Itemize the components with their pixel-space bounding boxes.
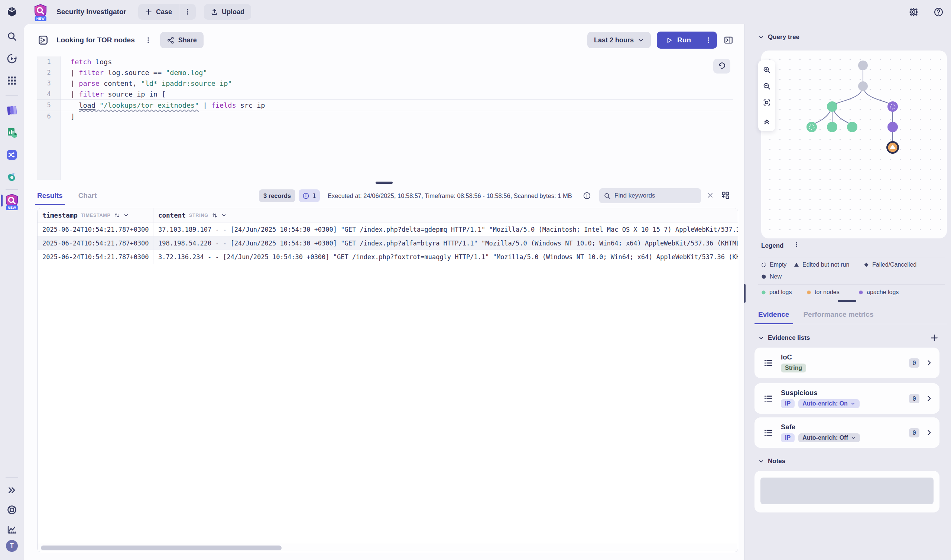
run-split-button: Run: [657, 32, 717, 49]
run-button[interactable]: Run: [657, 32, 700, 49]
auto-enrich-dropdown[interactable]: Auto-enrich: On: [798, 399, 860, 408]
code-token: content,: [100, 80, 141, 87]
add-evidence-list-button[interactable]: [930, 334, 939, 342]
legend-divider: [758, 285, 945, 285]
help-button[interactable]: [934, 7, 943, 17]
tree-node-apache-logs-empty[interactable]: [888, 102, 898, 112]
sidebar-item-metrics[interactable]: [7, 525, 17, 535]
cell-content[interactable]: 37.103.189.107 - - [24/Jun/2025 10:54:30…: [154, 226, 738, 233]
toggle-right-panel-button[interactable]: [724, 35, 733, 45]
column-menu-chevron-icon[interactable]: [123, 212, 129, 218]
cell-timestamp[interactable]: 2025-06-24T10:54:21.787+0300: [37, 222, 154, 236]
sidebar-item-search[interactable]: [7, 31, 17, 42]
cell-timestamp[interactable]: 2025-06-24T10:54:21.787+0300: [37, 250, 154, 264]
app-logo[interactable]: [5, 5, 18, 18]
legend-menu-button[interactable]: [793, 242, 800, 248]
settings-button[interactable]: [909, 7, 919, 17]
tree-node-selected-tor-nodes[interactable]: [886, 141, 899, 154]
tree-node-pod-logs[interactable]: [847, 122, 857, 132]
new-case-button[interactable]: Case: [138, 4, 179, 20]
clear-search-button[interactable]: [706, 192, 714, 199]
tree-zoom-in-button[interactable]: [758, 62, 775, 78]
cell-content[interactable]: 3.72.136.234 - - [24/Jun/2025 10:54:30 +…: [154, 253, 738, 261]
product-icon: NEW: [34, 4, 48, 20]
cell-timestamp[interactable]: 2025-06-24T10:54:21.787+0300: [37, 236, 154, 250]
tree-panel-resize-handle[interactable]: [838, 300, 856, 302]
evidence-list-suspicious[interactable]: Suspicious IP Auto-enrich: On 0: [754, 383, 939, 414]
run-menu-button[interactable]: [700, 32, 717, 49]
column-header-content[interactable]: content STRING: [154, 208, 738, 222]
find-keywords-field[interactable]: [599, 188, 701, 203]
timeframe-dropdown[interactable]: Last 2 hours: [587, 32, 651, 48]
query-tree-canvas[interactable]: [761, 51, 947, 238]
share-button[interactable]: Share: [160, 32, 203, 48]
query-tree-section-header[interactable]: Query tree: [758, 34, 799, 41]
table-row[interactable]: 2025-06-24T10:54:21.787+0300 198.198.54.…: [37, 236, 738, 250]
table-view-options-button[interactable]: [721, 191, 730, 200]
sidebar-expand-button[interactable]: [7, 485, 17, 495]
table-row[interactable]: 2025-06-24T10:54:21.787+0300 3.72.136.23…: [37, 250, 738, 264]
splitter-grab-handle[interactable]: [375, 182, 392, 184]
tree-node-pod-logs-empty[interactable]: [806, 122, 817, 132]
tree-node-apache-logs[interactable]: [888, 122, 898, 132]
query-menu-button[interactable]: [145, 36, 152, 44]
auto-enrich-dropdown[interactable]: Auto-enrich: Off: [798, 433, 860, 442]
tab-evidence[interactable]: Evidence: [758, 311, 789, 323]
open-list-button[interactable]: [925, 429, 933, 436]
undo-button[interactable]: [713, 58, 730, 74]
execution-summary: Executed at: 24/06/2025, 10:58:57, Timef…: [328, 186, 572, 206]
case-menu-button[interactable]: [179, 4, 196, 20]
horizontal-scrollbar-thumb[interactable]: [41, 546, 282, 550]
notes-input[interactable]: [760, 478, 934, 504]
evidence-list-ioc[interactable]: IoC String 0: [754, 348, 939, 378]
sidebar-item-apps-grid[interactable]: [7, 76, 17, 85]
column-menu-chevron-icon[interactable]: [221, 212, 226, 218]
upload-button[interactable]: Upload: [204, 4, 251, 20]
find-keywords-input[interactable]: [614, 192, 685, 199]
notes-section-header[interactable]: Notes: [758, 457, 785, 465]
sidebar-item-app-purple[interactable]: [6, 104, 18, 117]
evidence-list-safe[interactable]: Safe IP Auto-enrich: Off 0: [754, 417, 939, 448]
tree-node[interactable]: [858, 82, 868, 91]
code-line[interactable]: 4| filter source_ip in [: [37, 89, 733, 100]
warnings-count-badge[interactable]: 1: [299, 189, 320, 202]
horizontal-scrollbar-track[interactable]: [37, 544, 738, 552]
tree-collapse-button[interactable]: [758, 113, 775, 129]
code-line[interactable]: 2| filter log.source == "demo.log": [37, 67, 733, 78]
sidebar-item-support[interactable]: [7, 505, 17, 515]
sidebar-item-app-analytics[interactable]: [6, 126, 18, 139]
editor-results-splitter[interactable]: [24, 180, 745, 186]
execution-info-button[interactable]: [583, 192, 591, 200]
open-list-button[interactable]: [925, 359, 933, 366]
tree-fit-view-button[interactable]: [758, 94, 775, 111]
tree-zoom-out-button[interactable]: [758, 78, 775, 94]
tab-results[interactable]: Results: [37, 186, 63, 206]
user-avatar[interactable]: T: [6, 540, 18, 552]
sidebar-item-security-investigator[interactable]: NEW: [5, 194, 19, 209]
code-empty-area[interactable]: [37, 122, 733, 180]
column-header-timestamp[interactable]: timestamp TIMESTAMP: [37, 208, 154, 222]
code-line[interactable]: 6]: [37, 111, 733, 122]
sidebar-item-app-teal[interactable]: [6, 171, 18, 183]
table-row[interactable]: 2025-06-24T10:54:21.787+0300 37.103.189.…: [37, 222, 738, 236]
open-list-button[interactable]: [925, 395, 933, 402]
evidence-lists-title: Evidence lists: [768, 334, 810, 342]
tab-performance-metrics[interactable]: Performance metrics: [803, 311, 873, 323]
sort-icon[interactable]: [212, 212, 218, 218]
tree-node-pod-logs[interactable]: [827, 122, 837, 132]
tree-node-pod-logs[interactable]: [827, 102, 837, 112]
code-line[interactable]: 1fetch logs: [37, 57, 733, 67]
line-number: 4: [37, 89, 61, 100]
sidebar-item-app-flows[interactable]: [6, 149, 18, 161]
code-line[interactable]: 3| parse content, "ld* ipaddr:source_ip": [37, 78, 733, 89]
code-line-active[interactable]: 5 load "/lookups/tor_exitnodes" | fields…: [37, 100, 733, 111]
line-chart-icon: [7, 525, 17, 535]
sidebar-item-pipelines[interactable]: [7, 54, 17, 64]
code-editor[interactable]: 1fetch logs 2| filter log.source == "dem…: [37, 57, 733, 180]
cell-content[interactable]: 198.198.54.220 - - [24/Jun/2025 10:54:30…: [154, 240, 738, 247]
tab-chart[interactable]: Chart: [78, 186, 97, 206]
sort-icon[interactable]: [114, 212, 120, 218]
tree-node-root[interactable]: [858, 60, 868, 70]
panel-resize-handle[interactable]: [744, 284, 746, 303]
evidence-lists-section-header[interactable]: Evidence lists: [758, 334, 810, 342]
